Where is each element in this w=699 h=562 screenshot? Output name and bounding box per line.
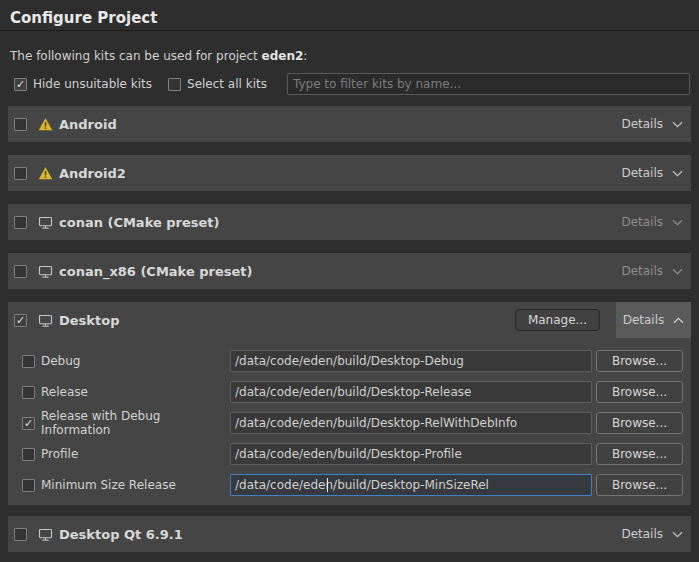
kit-row-android: Android Details [8, 106, 691, 142]
browse-button[interactable]: Browse... [596, 474, 683, 496]
kit-name: Desktop [59, 313, 119, 328]
kit-row-conan-x86: conan_x86 (CMake preset) Details [8, 253, 691, 289]
hide-unsuitable-label[interactable]: Hide unsuitable kits [33, 77, 152, 91]
intro-text: The following kits can be used for proje… [10, 49, 307, 63]
path-field-wrap [230, 381, 592, 403]
config-label: Release with Debug Information [41, 409, 230, 437]
browse-button[interactable]: Browse... [596, 412, 683, 434]
warning-icon [38, 166, 53, 181]
select-all-checkbox[interactable] [168, 78, 181, 91]
path-field-wrap [230, 474, 592, 496]
kit-checkbox[interactable] [14, 167, 27, 180]
config-label: Profile [41, 447, 230, 461]
text-cursor [327, 478, 328, 492]
chevron-down-icon [672, 170, 683, 177]
details-button[interactable]: Details [621, 215, 683, 229]
kit-checkbox[interactable] [14, 118, 27, 131]
config-label: Release [41, 385, 230, 399]
details-button[interactable]: Details [621, 527, 683, 541]
config-checkbox[interactable] [22, 448, 35, 461]
title-divider [0, 30, 699, 31]
warning-icon [38, 117, 53, 132]
kit-name: conan (CMake preset) [59, 215, 220, 230]
details-label: Details [621, 166, 663, 180]
chevron-down-icon [672, 121, 683, 128]
build-dir-input[interactable] [230, 381, 592, 403]
hide-unsuitable-checkbox[interactable] [14, 78, 27, 91]
page-title: Configure Project [10, 9, 157, 27]
build-dir-input[interactable] [230, 443, 592, 465]
kit-row-desktop-qt: Desktop Qt 6.9.1 Details [8, 516, 691, 552]
project-name: eden2 [262, 49, 304, 63]
config-row-minsizerel: Minimum Size Release Browse... [22, 474, 683, 496]
chevron-down-icon [672, 268, 683, 275]
details-label: Details [621, 264, 663, 278]
build-dir-input[interactable] [230, 412, 592, 434]
details-button[interactable]: Details [621, 264, 683, 278]
details-button[interactable]: Details [623, 313, 685, 327]
config-checkbox[interactable] [22, 355, 35, 368]
config-row-relwithdebinfo: Release with Debug Information Browse... [22, 412, 683, 434]
details-label: Details [621, 117, 663, 131]
browse-button[interactable]: Browse... [596, 381, 683, 403]
browse-button[interactable]: Browse... [596, 350, 683, 372]
kit-row-desktop: Desktop Manage... Details [8, 302, 691, 338]
select-all-label[interactable]: Select all kits [187, 77, 267, 91]
config-row-profile: Profile Browse... [22, 443, 683, 465]
desktop-build-configs: Debug Browse... Release Browse... Releas… [8, 338, 691, 505]
details-button[interactable]: Details [621, 166, 683, 180]
build-dir-input[interactable] [230, 350, 592, 372]
kit-list: Android Details Android2 Details conan (… [8, 106, 691, 562]
config-checkbox[interactable] [22, 386, 35, 399]
kit-name: Android2 [59, 166, 126, 181]
chevron-down-icon [672, 531, 683, 538]
config-row-release: Release Browse... [22, 381, 683, 403]
path-field-wrap [230, 350, 592, 372]
kit-row-android2: Android2 Details [8, 155, 691, 191]
kit-checkbox[interactable] [14, 314, 27, 327]
chevron-up-icon [673, 317, 684, 324]
browse-button[interactable]: Browse... [596, 443, 683, 465]
kit-name: Desktop Qt 6.9.1 [59, 527, 183, 542]
intro-prefix: The following kits can be used for proje… [10, 49, 262, 63]
config-row-debug: Debug Browse... [22, 350, 683, 372]
details-label: Details [621, 215, 663, 229]
manage-kits-button[interactable]: Manage... [515, 309, 600, 331]
desktop-icon [38, 313, 53, 328]
kit-checkbox[interactable] [14, 216, 27, 229]
details-label: Details [621, 527, 663, 541]
kit-name: conan_x86 (CMake preset) [59, 264, 253, 279]
details-button[interactable]: Details [621, 117, 683, 131]
config-label: Minimum Size Release [41, 478, 230, 492]
config-checkbox[interactable] [22, 417, 35, 430]
path-field-wrap [230, 412, 592, 434]
details-label: Details [623, 313, 665, 327]
desktop-icon [38, 264, 53, 279]
kit-checkbox[interactable] [14, 265, 27, 278]
build-dir-input[interactable] [230, 474, 592, 496]
kit-row-conan: conan (CMake preset) Details [8, 204, 691, 240]
intro-suffix: : [303, 49, 307, 63]
kit-filter-input[interactable] [287, 73, 690, 95]
kit-checkbox[interactable] [14, 528, 27, 541]
desktop-icon [38, 215, 53, 230]
config-label: Debug [41, 354, 230, 368]
details-tab: Details [616, 302, 691, 338]
chevron-down-icon [672, 219, 683, 226]
kit-section-desktop: Desktop Manage... Details Debug Browse..… [8, 302, 691, 505]
path-field-wrap [230, 443, 592, 465]
kit-filter-bar: Hide unsuitable kits Select all kits [14, 73, 690, 95]
config-checkbox[interactable] [22, 479, 35, 492]
desktop-icon [38, 527, 53, 542]
kit-name: Android [59, 117, 117, 132]
